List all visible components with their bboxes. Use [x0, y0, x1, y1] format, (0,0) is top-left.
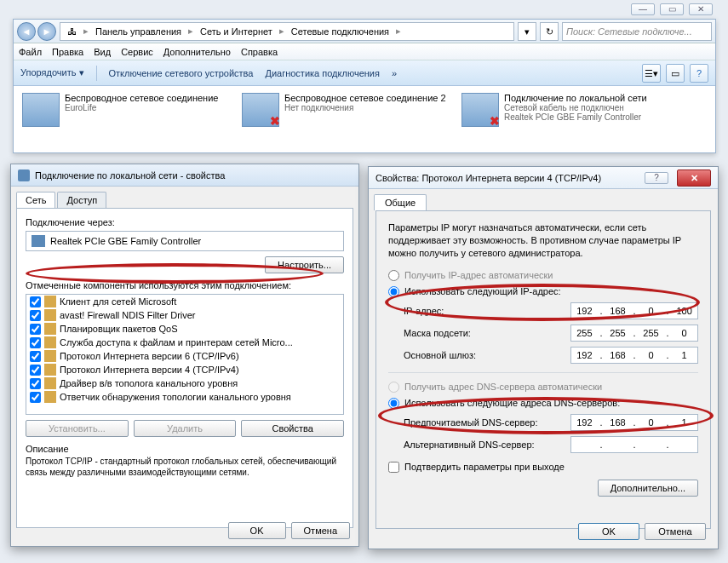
- tab-network[interactable]: Сеть: [16, 192, 55, 208]
- breadcrumb-icon: 🖧: [64, 25, 80, 38]
- radio-input: [388, 382, 399, 393]
- list-item[interactable]: Протокол Интернета версии 6 (TCP/IPv6): [26, 349, 343, 363]
- close-button[interactable]: ✕: [677, 169, 711, 187]
- organize-button[interactable]: Упорядочить ▾: [20, 67, 84, 78]
- view-options-button[interactable]: ☰▾: [642, 64, 661, 83]
- dialog-title: Подключение по локальной сети - свойства: [35, 170, 225, 181]
- nav-forward-button[interactable]: ►: [37, 22, 56, 41]
- component-checkbox[interactable]: [30, 324, 41, 335]
- nav-back-button[interactable]: ◄: [17, 22, 36, 41]
- component-checkbox[interactable]: [30, 378, 41, 389]
- component-icon: [44, 323, 56, 335]
- component-icon: [44, 364, 56, 376]
- ipv4-properties-dialog: Свойства: Протокол Интернета версии 4 (T…: [368, 166, 719, 549]
- search-input[interactable]: Поиск: Сетевые подключе...: [562, 22, 712, 41]
- menu-edit[interactable]: Правка: [52, 47, 83, 57]
- menu-bar: Файл Правка Вид Сервис Дополнительно Спр…: [14, 43, 715, 60]
- ip-address-input[interactable]: 192. 168. 0. 100: [570, 302, 698, 319]
- breadcrumb-seg-3[interactable]: Сетевые подключения: [288, 25, 393, 38]
- subnet-mask-label: Маска подсети:: [404, 328, 570, 338]
- radio-input[interactable]: [388, 398, 399, 409]
- gateway-input[interactable]: 192. 168. 0. 1: [570, 347, 698, 364]
- list-item-ipv4[interactable]: Протокол Интернета версии 4 (TCP/IPv4): [26, 363, 343, 376]
- list-item[interactable]: Служба доступа к файлам и принтерам сете…: [26, 336, 343, 349]
- diagnostics-button[interactable]: Диагностика подключения: [265, 68, 379, 78]
- components-listbox[interactable]: Клиент для сетей Microsoft avast! Firewa…: [26, 294, 344, 415]
- connection-lan[interactable]: Подключение по локальной сети Сетевой ка…: [461, 93, 700, 127]
- component-checkbox[interactable]: [30, 296, 41, 307]
- ok-button[interactable]: OK: [228, 522, 286, 539]
- cancel-button[interactable]: Отмена: [645, 523, 706, 540]
- component-icon: [44, 377, 56, 389]
- connection-sub: Сетевой кабель не подключен: [504, 103, 647, 112]
- network-icon: [18, 169, 30, 181]
- radio-manual-ip[interactable]: Использовать следующий IP-адрес:: [388, 286, 698, 297]
- maximize-button[interactable]: ▭: [660, 3, 684, 15]
- list-item[interactable]: avast! Firewall NDIS Filter Driver: [26, 308, 343, 322]
- list-item[interactable]: Ответчик обнаружения топологии канальног…: [26, 390, 343, 404]
- connection-title: Беспроводное сетевое соединение 2: [284, 93, 446, 103]
- ethernet-icon: [461, 93, 499, 127]
- install-button[interactable]: Установить...: [26, 420, 129, 437]
- dialog-titlebar[interactable]: Свойства: Протокол Интернета версии 4 (T…: [369, 167, 718, 189]
- menu-extra[interactable]: Дополнительно: [163, 47, 231, 57]
- component-icon: [44, 309, 56, 321]
- preferred-dns-input[interactable]: 192. 168. 0. 1: [570, 414, 698, 431]
- tab-general[interactable]: Общие: [374, 194, 427, 210]
- list-item[interactable]: Планировщик пакетов QoS: [26, 322, 343, 336]
- component-checkbox[interactable]: [30, 310, 41, 321]
- remove-button[interactable]: Удалить: [134, 420, 237, 437]
- advanced-button[interactable]: Дополнительно...: [598, 480, 698, 497]
- configure-button[interactable]: Настроить...: [265, 256, 344, 273]
- connection-wireless-1[interactable]: Беспроводное сетевое соединение EuroLife: [22, 93, 226, 127]
- cancel-button[interactable]: Отмена: [291, 522, 350, 539]
- refresh-button[interactable]: ↻: [540, 22, 559, 41]
- help-button[interactable]: ?: [645, 172, 668, 184]
- alternate-dns-input[interactable]: . . .: [570, 436, 698, 453]
- disable-device-button[interactable]: Отключение сетевого устройства: [109, 68, 254, 78]
- radio-manual-dns[interactable]: Использовать следующие адреса DNS-сервер…: [388, 398, 698, 409]
- menu-help[interactable]: Справка: [241, 47, 278, 57]
- radio-auto-ip[interactable]: Получить IP-адрес автоматически: [388, 270, 698, 281]
- list-item[interactable]: Драйвер в/в тополога канального уровня: [26, 376, 343, 390]
- confirm-on-exit-checkbox[interactable]: Подтвердить параметры при выходе: [388, 462, 698, 473]
- adapter-field: Realtek PCIe GBE Family Controller: [26, 231, 344, 251]
- dialog-titlebar[interactable]: Подключение по локальной сети - свойства: [11, 164, 358, 187]
- tab-access[interactable]: Доступ: [57, 192, 106, 208]
- menu-file[interactable]: Файл: [19, 47, 42, 57]
- alternate-dns-label: Альтернативный DNS-сервер:: [404, 439, 570, 450]
- component-checkbox[interactable]: [30, 351, 41, 362]
- checkbox-input[interactable]: [388, 462, 399, 473]
- radio-input[interactable]: [388, 286, 399, 297]
- radio-input[interactable]: [388, 270, 399, 281]
- minimize-button[interactable]: —: [631, 3, 655, 15]
- help-button[interactable]: ?: [690, 64, 708, 83]
- component-checkbox[interactable]: [30, 392, 41, 403]
- list-item[interactable]: Клиент для сетей Microsoft: [26, 295, 343, 308]
- subnet-mask-input[interactable]: 255. 255. 255. 0: [570, 325, 698, 342]
- radio-auto-dns[interactable]: Получить адрес DNS-сервера автоматически: [388, 382, 698, 393]
- connection-wireless-2[interactable]: Беспроводное сетевое соединение 2 Нет по…: [242, 93, 446, 127]
- more-commands-button[interactable]: »: [392, 68, 397, 78]
- menu-view[interactable]: Вид: [94, 47, 111, 57]
- nic-icon: [32, 235, 45, 247]
- component-icon: [44, 296, 56, 307]
- command-bar: Упорядочить ▾ Отключение сетевого устрой…: [14, 60, 715, 86]
- breadcrumb-dropdown-button[interactable]: ▾: [518, 22, 536, 41]
- close-button[interactable]: ✕: [689, 3, 713, 15]
- preview-pane-button[interactable]: ▭: [666, 64, 685, 83]
- ok-button[interactable]: OK: [578, 523, 639, 540]
- address-bar: ◄ ► 🖧 ▸ Панель управления ▸ Сеть и Интер…: [14, 20, 715, 43]
- search-placeholder: Поиск: Сетевые подключе...: [566, 26, 692, 37]
- breadcrumb[interactable]: 🖧 ▸ Панель управления ▸ Сеть и Интернет …: [60, 22, 514, 41]
- component-checkbox[interactable]: [30, 337, 41, 348]
- component-checkbox[interactable]: [30, 365, 41, 376]
- adapter-name: Realtek PCIe GBE Family Controller: [50, 236, 201, 246]
- properties-button[interactable]: Свойства: [241, 420, 344, 437]
- wifi-icon: [242, 93, 279, 127]
- connection-title: Беспроводное сетевое соединение: [65, 93, 218, 103]
- menu-service[interactable]: Сервис: [121, 47, 153, 57]
- breadcrumb-seg-1[interactable]: Панель управления: [92, 25, 185, 38]
- breadcrumb-seg-2[interactable]: Сеть и Интернет: [197, 25, 276, 38]
- connection-adapter: Realtek PCIe GBE Family Controller: [504, 112, 647, 122]
